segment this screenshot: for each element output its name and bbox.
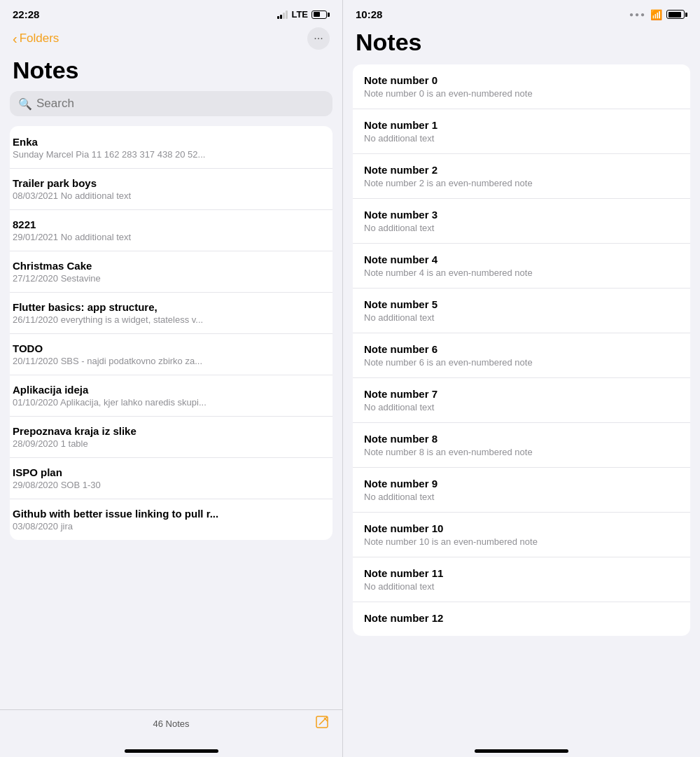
detail-note-title: Note number 3 bbox=[364, 209, 679, 221]
detail-note-title: Note number 12 bbox=[364, 612, 679, 624]
status-icons-left: LTE bbox=[277, 9, 330, 20]
compose-icon bbox=[314, 716, 330, 733]
notes-list: Enka Sunday Marcel Pia 11 162 283 317 43… bbox=[0, 126, 342, 709]
status-icons-right: ●●● 📶 bbox=[629, 9, 687, 20]
list-item[interactable]: Enka Sunday Marcel Pia 11 162 283 317 43… bbox=[10, 126, 332, 169]
note-title: ISPO plan bbox=[13, 466, 330, 478]
note-meta: 20/11/2020 SBS - najdi podatkovno zbirko… bbox=[13, 356, 330, 366]
more-icon: ··· bbox=[314, 32, 323, 45]
home-indicator-left bbox=[0, 737, 342, 757]
list-item[interactable]: Aplikacija ideja 01/10/2020 Aplikacija, … bbox=[10, 375, 332, 417]
home-indicator-right bbox=[343, 737, 700, 757]
detail-note-title: Note number 1 bbox=[364, 119, 679, 131]
list-item[interactable]: Note number 0 Note number 0 is an even-n… bbox=[353, 64, 690, 109]
lte-label: LTE bbox=[291, 9, 308, 20]
note-meta: 29/08/2020 SOB 1-30 bbox=[13, 480, 330, 490]
note-title: 8221 bbox=[13, 218, 330, 230]
detail-note-title: Note number 4 bbox=[364, 254, 679, 265]
list-item[interactable]: Note number 3 No additional text bbox=[353, 199, 690, 244]
list-item[interactable]: Note number 11 No additional text bbox=[353, 557, 690, 602]
search-icon: 🔍 bbox=[18, 97, 32, 111]
detail-note-title: Note number 0 bbox=[364, 74, 679, 86]
status-bar-right: 10:28 ●●● 📶 bbox=[343, 0, 700, 25]
detail-note-subtitle: No additional text bbox=[364, 223, 679, 233]
note-title: Github with better issue linking to pull… bbox=[13, 508, 330, 520]
home-bar-left bbox=[125, 749, 218, 753]
detail-note-subtitle: No additional text bbox=[364, 581, 679, 592]
list-item[interactable]: Note number 5 No additional text bbox=[353, 289, 690, 333]
detail-note-subtitle: No additional text bbox=[364, 312, 679, 323]
list-item[interactable]: Note number 12 bbox=[353, 602, 690, 636]
note-title: Christmas Cake bbox=[13, 260, 330, 272]
list-item[interactable]: Note number 1 No additional text bbox=[353, 109, 690, 154]
more-button[interactable]: ··· bbox=[307, 27, 330, 50]
notes-container: Enka Sunday Marcel Pia 11 162 283 317 43… bbox=[10, 126, 332, 540]
detail-note-subtitle: Note number 6 is an even-numbered note bbox=[364, 357, 679, 368]
detail-note-title: Note number 10 bbox=[364, 522, 679, 534]
detail-note-title: Note number 8 bbox=[364, 433, 679, 445]
note-title: Prepoznava kraja iz slike bbox=[13, 425, 330, 437]
note-title: Flutter basics: app structure, bbox=[13, 301, 330, 313]
note-meta: 03/08/2020 jira bbox=[13, 521, 330, 532]
list-item[interactable]: TODO 20/11/2020 SBS - najdi podatkovno z… bbox=[10, 334, 332, 375]
time-right: 10:28 bbox=[356, 8, 382, 20]
page-title-right: Notes bbox=[343, 25, 700, 64]
detail-note-subtitle: Note number 4 is an even-numbered note bbox=[364, 268, 679, 278]
note-meta: Sunday Marcel Pia 11 162 283 317 438 20 … bbox=[13, 149, 330, 160]
note-meta: 08/03/2021 No additional text bbox=[13, 190, 330, 201]
detail-note-subtitle: No additional text bbox=[364, 133, 679, 144]
list-item[interactable]: Note number 9 No additional text bbox=[353, 468, 690, 513]
detail-container: Note number 0 Note number 0 is an even-n… bbox=[353, 64, 690, 636]
list-item[interactable]: Trailer park boys 08/03/2021 No addition… bbox=[10, 169, 332, 210]
signal-bars-left bbox=[277, 11, 288, 19]
note-title: Enka bbox=[13, 136, 330, 148]
compose-button[interactable] bbox=[314, 714, 330, 734]
list-item[interactable]: Prepoznava kraja iz slike 28/09/2020 1 t… bbox=[10, 417, 332, 458]
detail-notes-list: Note number 0 Note number 0 is an even-n… bbox=[343, 64, 700, 737]
folders-button[interactable]: ‹ Folders bbox=[13, 31, 59, 47]
detail-note-title: Note number 2 bbox=[364, 164, 679, 176]
detail-note-title: Note number 7 bbox=[364, 388, 679, 400]
list-item[interactable]: Flutter basics: app structure, 26/11/202… bbox=[10, 293, 332, 334]
detail-note-subtitle: Note number 2 is an even-numbered note bbox=[364, 178, 679, 188]
detail-note-subtitle: No additional text bbox=[364, 402, 679, 412]
list-item[interactable]: Note number 8 Note number 8 is an even-n… bbox=[353, 423, 690, 468]
note-meta: 01/10/2020 Aplikacija, kjer lahko naredi… bbox=[13, 397, 330, 408]
note-title: Trailer park boys bbox=[13, 177, 330, 189]
status-bar-left: 22:28 LTE bbox=[0, 0, 342, 25]
note-title: Aplikacija ideja bbox=[13, 384, 330, 396]
detail-note-title: Note number 9 bbox=[364, 478, 679, 489]
wifi-icon: 📶 bbox=[650, 9, 662, 20]
list-item[interactable]: Note number 2 Note number 2 is an even-n… bbox=[353, 154, 690, 199]
detail-note-subtitle: Note number 0 is an even-numbered note bbox=[364, 88, 679, 99]
home-bar-right bbox=[475, 749, 568, 753]
list-item[interactable]: Note number 7 No additional text bbox=[353, 378, 690, 423]
dots-icon: ●●● bbox=[629, 11, 646, 18]
chevron-left-icon: ‹ bbox=[13, 31, 18, 47]
notes-footer: 46 Notes bbox=[0, 709, 342, 737]
detail-note-title: Note number 5 bbox=[364, 298, 679, 310]
detail-note-title: Note number 11 bbox=[364, 567, 679, 579]
list-item[interactable]: Github with better issue linking to pull… bbox=[10, 499, 332, 540]
detail-note-subtitle: Note number 8 is an even-numbered note bbox=[364, 447, 679, 457]
note-meta: 26/11/2020 everything is a widget, state… bbox=[13, 314, 330, 325]
list-item[interactable]: 8221 29/01/2021 No additional text bbox=[10, 210, 332, 251]
list-item[interactable]: Christmas Cake 27/12/2020 Sestavine bbox=[10, 251, 332, 293]
list-item[interactable]: Note number 4 Note number 4 is an even-n… bbox=[353, 244, 690, 289]
detail-note-subtitle: Note number 10 is an even-numbered note bbox=[364, 536, 679, 547]
search-bar[interactable]: 🔍 bbox=[10, 91, 332, 116]
note-meta: 29/01/2021 No additional text bbox=[13, 232, 330, 242]
left-panel: 22:28 LTE ‹ Folders ··· Notes 🔍 En bbox=[0, 0, 343, 757]
battery-icon-left bbox=[312, 11, 330, 19]
list-item[interactable]: Note number 10 Note number 10 is an even… bbox=[353, 513, 690, 557]
battery-icon-right bbox=[666, 10, 687, 19]
detail-note-subtitle: No additional text bbox=[364, 492, 679, 502]
search-input[interactable] bbox=[36, 97, 324, 111]
note-title: TODO bbox=[13, 342, 330, 354]
page-title-left: Notes bbox=[0, 54, 342, 91]
right-panel: 10:28 ●●● 📶 Notes Note number 0 Note num… bbox=[343, 0, 700, 757]
list-item[interactable]: Note number 6 Note number 6 is an even-n… bbox=[353, 333, 690, 378]
list-item[interactable]: ISPO plan 29/08/2020 SOB 1-30 bbox=[10, 458, 332, 499]
note-meta: 28/09/2020 1 table bbox=[13, 438, 330, 449]
time-left: 22:28 bbox=[13, 8, 39, 20]
